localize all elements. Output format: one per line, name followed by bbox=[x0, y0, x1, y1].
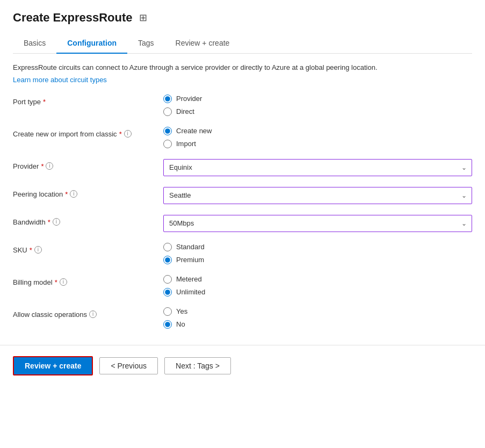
sku-premium-label: Premium bbox=[176, 256, 204, 264]
allow-classic-label: Allow classic operations i bbox=[13, 307, 163, 319]
create-new-label: Create new bbox=[176, 127, 212, 135]
bandwidth-label: Bandwidth * i bbox=[13, 215, 163, 226]
allow-classic-no-option[interactable]: No bbox=[163, 320, 472, 329]
bandwidth-row: Bandwidth * i 50Mbps 100Mbps 200Mbps 500… bbox=[13, 215, 472, 232]
billing-metered-label: Metered bbox=[176, 275, 202, 283]
create-new-radio[interactable] bbox=[163, 127, 172, 135]
tab-review-create[interactable]: Review + create bbox=[165, 33, 241, 54]
port-type-direct-label: Direct bbox=[176, 107, 194, 115]
billing-model-info-icon[interactable]: i bbox=[60, 278, 67, 286]
provider-required: * bbox=[41, 162, 44, 170]
allow-classic-yes-label: Yes bbox=[176, 307, 187, 315]
allow-classic-no-label: No bbox=[176, 320, 185, 328]
billing-unlimited-option[interactable]: Unlimited bbox=[163, 288, 472, 297]
peering-location-select[interactable]: Seattle New York Dallas Chicago Los Ange… bbox=[163, 187, 472, 204]
provider-control: Equinix AT&T NetBond Verizon CenturyLink… bbox=[163, 159, 472, 176]
port-type-direct-radio[interactable] bbox=[163, 107, 172, 116]
allow-classic-control: Yes No bbox=[163, 307, 472, 329]
billing-model-radio-group: Metered Unlimited bbox=[163, 275, 472, 297]
learn-more-link[interactable]: Learn more about circuit types bbox=[13, 76, 107, 84]
form-section: Port type * Provider Direct bbox=[13, 95, 472, 329]
sku-label: SKU * i bbox=[13, 243, 163, 254]
sku-premium-option[interactable]: Premium bbox=[163, 256, 472, 264]
next-button[interactable]: Next : Tags > bbox=[164, 357, 231, 374]
billing-model-row: Billing model * i Metered Unlimited bbox=[13, 275, 472, 297]
sku-control: Standard Premium bbox=[163, 243, 472, 264]
footer-actions: Review + create < Previous Next : Tags > bbox=[0, 345, 485, 386]
peering-location-required: * bbox=[65, 190, 68, 198]
peering-location-label: Peering location * i bbox=[13, 187, 163, 198]
create-import-info-icon[interactable]: i bbox=[124, 130, 132, 138]
port-type-label: Port type * bbox=[13, 95, 163, 106]
billing-unlimited-label: Unlimited bbox=[176, 288, 205, 296]
port-type-provider-option[interactable]: Provider bbox=[163, 95, 472, 103]
billing-metered-option[interactable]: Metered bbox=[163, 275, 472, 284]
peering-location-info-icon[interactable]: i bbox=[70, 190, 77, 198]
peering-location-row: Peering location * i Seattle New York Da… bbox=[13, 187, 472, 204]
peering-location-control: Seattle New York Dallas Chicago Los Ange… bbox=[163, 187, 472, 204]
allow-classic-row: Allow classic operations i Yes No bbox=[13, 307, 472, 329]
create-import-radio-group: Create new Import bbox=[163, 127, 472, 148]
sku-info-icon[interactable]: i bbox=[34, 246, 42, 254]
create-import-row: Create new or import from classic * i Cr… bbox=[13, 127, 472, 148]
create-import-required: * bbox=[119, 130, 122, 138]
port-type-provider-label: Provider bbox=[176, 95, 202, 103]
sku-row: SKU * i Standard Premium bbox=[13, 243, 472, 264]
billing-model-label: Billing model * i bbox=[13, 275, 163, 286]
sku-standard-label: Standard bbox=[176, 243, 205, 251]
provider-label: Provider * i bbox=[13, 159, 163, 170]
billing-model-required: * bbox=[55, 278, 57, 286]
port-type-provider-radio[interactable] bbox=[163, 95, 172, 103]
port-type-direct-option[interactable]: Direct bbox=[163, 107, 472, 116]
create-new-option[interactable]: Create new bbox=[163, 127, 472, 135]
previous-button[interactable]: < Previous bbox=[99, 357, 158, 374]
bandwidth-select-wrapper: 50Mbps 100Mbps 200Mbps 500Mbps 1Gbps 2Gb… bbox=[163, 215, 472, 232]
tab-tags[interactable]: Tags bbox=[127, 33, 165, 54]
sku-required: * bbox=[30, 246, 32, 254]
provider-row: Provider * i Equinix AT&T NetBond Verizo… bbox=[13, 159, 472, 176]
allow-classic-no-radio[interactable] bbox=[163, 320, 172, 329]
provider-select-wrapper: Equinix AT&T NetBond Verizon CenturyLink… bbox=[163, 159, 472, 176]
page-title: Create ExpressRoute bbox=[13, 11, 133, 25]
bandwidth-required: * bbox=[48, 218, 50, 226]
tab-bar: Basics Configuration Tags Review + creat… bbox=[13, 33, 472, 54]
peering-location-select-wrapper: Seattle New York Dallas Chicago Los Ange… bbox=[163, 187, 472, 204]
billing-metered-radio[interactable] bbox=[163, 275, 172, 284]
sku-standard-option[interactable]: Standard bbox=[163, 243, 472, 251]
bandwidth-select[interactable]: 50Mbps 100Mbps 200Mbps 500Mbps 1Gbps 2Gb… bbox=[163, 215, 472, 232]
provider-select[interactable]: Equinix AT&T NetBond Verizon CenturyLink bbox=[163, 159, 472, 176]
bandwidth-control: 50Mbps 100Mbps 200Mbps 500Mbps 1Gbps 2Gb… bbox=[163, 215, 472, 232]
port-type-required: * bbox=[43, 98, 46, 106]
review-create-button[interactable]: Review + create bbox=[13, 356, 93, 375]
import-label: Import bbox=[176, 140, 196, 148]
billing-model-control: Metered Unlimited bbox=[163, 275, 472, 297]
port-type-radio-group: Provider Direct bbox=[163, 95, 472, 116]
description-text: ExpressRoute circuits can connect to Azu… bbox=[13, 62, 472, 73]
billing-unlimited-radio[interactable] bbox=[163, 288, 172, 297]
tab-basics[interactable]: Basics bbox=[13, 33, 56, 54]
tab-configuration[interactable]: Configuration bbox=[56, 33, 127, 54]
allow-classic-yes-option[interactable]: Yes bbox=[163, 307, 472, 316]
import-radio[interactable] bbox=[163, 140, 172, 148]
port-type-row: Port type * Provider Direct bbox=[13, 95, 472, 116]
sku-standard-radio[interactable] bbox=[163, 243, 172, 251]
page-header: Create ExpressRoute ⊞ bbox=[13, 11, 472, 25]
port-type-control: Provider Direct bbox=[163, 95, 472, 116]
feedback-icon[interactable]: ⊞ bbox=[139, 12, 147, 24]
sku-premium-radio[interactable] bbox=[163, 256, 172, 264]
create-import-control: Create new Import bbox=[163, 127, 472, 148]
allow-classic-yes-radio[interactable] bbox=[163, 307, 172, 316]
create-import-label: Create new or import from classic * i bbox=[13, 127, 163, 138]
provider-info-icon[interactable]: i bbox=[46, 162, 53, 170]
bandwidth-info-icon[interactable]: i bbox=[53, 218, 60, 226]
allow-classic-info-icon[interactable]: i bbox=[89, 310, 97, 318]
import-option[interactable]: Import bbox=[163, 140, 472, 148]
allow-classic-radio-group: Yes No bbox=[163, 307, 472, 329]
sku-radio-group: Standard Premium bbox=[163, 243, 472, 264]
